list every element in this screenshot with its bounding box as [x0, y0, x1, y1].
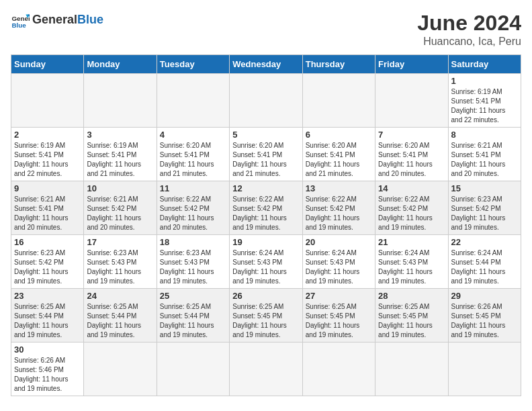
day-info: Sunrise: 6:19 AM Sunset: 5:41 PM Dayligh…	[87, 141, 153, 179]
day-info: Sunrise: 6:21 AM Sunset: 5:41 PM Dayligh…	[14, 195, 81, 232]
calendar-cell: 6Sunrise: 6:20 AM Sunset: 5:41 PM Daylig…	[302, 128, 375, 181]
calendar-cell	[84, 74, 157, 128]
day-header-friday: Friday	[375, 55, 448, 74]
day-info: Sunrise: 6:24 AM Sunset: 5:43 PM Dayligh…	[378, 248, 445, 286]
calendar-cell	[375, 342, 448, 396]
day-info: Sunrise: 6:26 AM Sunset: 5:45 PM Dayligh…	[451, 302, 518, 340]
day-number: 15	[451, 183, 518, 193]
month-title: June 2024	[417, 11, 521, 36]
calendar-cell: 7Sunrise: 6:20 AM Sunset: 5:41 PM Daylig…	[375, 128, 448, 181]
day-number: 28	[378, 291, 445, 301]
calendar-table: SundayMondayTuesdayWednesdayThursdayFrid…	[11, 54, 521, 396]
calendar-cell: 3Sunrise: 6:19 AM Sunset: 5:41 PM Daylig…	[84, 128, 157, 181]
day-number: 30	[14, 345, 81, 355]
calendar-cell: 8Sunrise: 6:21 AM Sunset: 5:41 PM Daylig…	[448, 128, 521, 181]
calendar-cell: 21Sunrise: 6:24 AM Sunset: 5:43 PM Dayli…	[375, 235, 448, 289]
calendar-cell: 17Sunrise: 6:23 AM Sunset: 5:43 PM Dayli…	[84, 235, 157, 289]
calendar-cell: 11Sunrise: 6:22 AM Sunset: 5:42 PM Dayli…	[157, 181, 229, 235]
calendar-cell	[302, 74, 375, 128]
calendar-body: 1Sunrise: 6:19 AM Sunset: 5:41 PM Daylig…	[11, 74, 521, 396]
day-number: 21	[378, 237, 445, 247]
calendar-cell: 5Sunrise: 6:20 AM Sunset: 5:41 PM Daylig…	[230, 128, 302, 181]
day-info: Sunrise: 6:23 AM Sunset: 5:42 PM Dayligh…	[451, 195, 518, 232]
logo-icon: General Blue	[11, 11, 30, 30]
calendar-week-row: 2Sunrise: 6:19 AM Sunset: 5:41 PM Daylig…	[11, 128, 521, 181]
day-info: Sunrise: 6:19 AM Sunset: 5:41 PM Dayligh…	[451, 87, 518, 125]
calendar-week-row: 1Sunrise: 6:19 AM Sunset: 5:41 PM Daylig…	[11, 74, 521, 128]
day-number: 10	[87, 183, 153, 193]
calendar-header-row: SundayMondayTuesdayWednesdayThursdayFrid…	[11, 55, 521, 74]
calendar-cell	[302, 342, 375, 396]
day-number: 6	[306, 130, 372, 140]
calendar-cell: 22Sunrise: 6:24 AM Sunset: 5:44 PM Dayli…	[448, 235, 521, 289]
calendar-cell: 27Sunrise: 6:25 AM Sunset: 5:45 PM Dayli…	[302, 289, 375, 342]
calendar-cell: 23Sunrise: 6:25 AM Sunset: 5:44 PM Dayli…	[11, 289, 84, 342]
day-info: Sunrise: 6:22 AM Sunset: 5:42 PM Dayligh…	[306, 195, 372, 232]
day-info: Sunrise: 6:25 AM Sunset: 5:45 PM Dayligh…	[306, 302, 372, 340]
calendar-cell: 20Sunrise: 6:24 AM Sunset: 5:43 PM Dayli…	[302, 235, 375, 289]
day-header-thursday: Thursday	[302, 55, 375, 74]
day-info: Sunrise: 6:21 AM Sunset: 5:41 PM Dayligh…	[451, 141, 518, 179]
calendar-cell: 28Sunrise: 6:25 AM Sunset: 5:45 PM Dayli…	[375, 289, 448, 342]
day-header-saturday: Saturday	[448, 55, 521, 74]
day-info: Sunrise: 6:20 AM Sunset: 5:41 PM Dayligh…	[378, 141, 445, 179]
calendar-cell: 2Sunrise: 6:19 AM Sunset: 5:41 PM Daylig…	[11, 128, 84, 181]
location: Huancano, Ica, Peru	[417, 36, 521, 48]
day-number: 3	[87, 130, 153, 140]
calendar-cell: 30Sunrise: 6:26 AM Sunset: 5:46 PM Dayli…	[11, 342, 84, 396]
day-number: 12	[232, 183, 299, 193]
day-header-monday: Monday	[84, 55, 157, 74]
day-info: Sunrise: 6:24 AM Sunset: 5:43 PM Dayligh…	[232, 248, 299, 286]
day-info: Sunrise: 6:26 AM Sunset: 5:46 PM Dayligh…	[14, 356, 81, 394]
day-info: Sunrise: 6:23 AM Sunset: 5:43 PM Dayligh…	[160, 248, 226, 286]
day-info: Sunrise: 6:20 AM Sunset: 5:41 PM Dayligh…	[306, 141, 372, 179]
day-number: 9	[14, 183, 81, 193]
day-info: Sunrise: 6:22 AM Sunset: 5:42 PM Dayligh…	[160, 195, 226, 232]
calendar-week-row: 30Sunrise: 6:26 AM Sunset: 5:46 PM Dayli…	[11, 342, 521, 396]
day-number: 20	[306, 237, 372, 247]
day-header-tuesday: Tuesday	[157, 55, 229, 74]
calendar-cell	[157, 342, 229, 396]
svg-text:Blue: Blue	[11, 21, 26, 29]
calendar-cell: 26Sunrise: 6:25 AM Sunset: 5:45 PM Dayli…	[230, 289, 302, 342]
calendar-cell: 14Sunrise: 6:22 AM Sunset: 5:42 PM Dayli…	[375, 181, 448, 235]
logo: General Blue GeneralBlue	[11, 11, 103, 30]
calendar-cell	[448, 342, 521, 396]
day-info: Sunrise: 6:23 AM Sunset: 5:43 PM Dayligh…	[87, 248, 153, 286]
day-info: Sunrise: 6:25 AM Sunset: 5:44 PM Dayligh…	[14, 302, 81, 340]
day-number: 2	[14, 130, 81, 140]
day-info: Sunrise: 6:22 AM Sunset: 5:42 PM Dayligh…	[232, 195, 299, 232]
day-number: 8	[451, 130, 518, 140]
day-info: Sunrise: 6:22 AM Sunset: 5:42 PM Dayligh…	[378, 195, 445, 232]
day-header-wednesday: Wednesday	[230, 55, 302, 74]
calendar-week-row: 16Sunrise: 6:23 AM Sunset: 5:42 PM Dayli…	[11, 235, 521, 289]
calendar-cell: 24Sunrise: 6:25 AM Sunset: 5:44 PM Dayli…	[84, 289, 157, 342]
calendar-cell: 15Sunrise: 6:23 AM Sunset: 5:42 PM Dayli…	[448, 181, 521, 235]
day-info: Sunrise: 6:19 AM Sunset: 5:41 PM Dayligh…	[14, 141, 81, 179]
calendar-cell	[157, 74, 229, 128]
day-number: 26	[232, 291, 299, 301]
day-number: 19	[232, 237, 299, 247]
calendar-cell	[230, 74, 302, 128]
day-number: 16	[14, 237, 81, 247]
day-number: 14	[378, 183, 445, 193]
day-number: 25	[160, 291, 226, 301]
day-info: Sunrise: 6:24 AM Sunset: 5:44 PM Dayligh…	[451, 248, 518, 286]
day-number: 24	[87, 291, 153, 301]
day-info: Sunrise: 6:25 AM Sunset: 5:44 PM Dayligh…	[87, 302, 153, 340]
day-number: 5	[232, 130, 299, 140]
day-number: 17	[87, 237, 153, 247]
day-info: Sunrise: 6:25 AM Sunset: 5:45 PM Dayligh…	[232, 302, 299, 340]
day-header-sunday: Sunday	[11, 55, 84, 74]
logo-text: GeneralBlue	[32, 13, 103, 27]
calendar-week-row: 23Sunrise: 6:25 AM Sunset: 5:44 PM Dayli…	[11, 289, 521, 342]
calendar-cell: 12Sunrise: 6:22 AM Sunset: 5:42 PM Dayli…	[230, 181, 302, 235]
calendar-cell: 1Sunrise: 6:19 AM Sunset: 5:41 PM Daylig…	[448, 74, 521, 128]
calendar-cell: 4Sunrise: 6:20 AM Sunset: 5:41 PM Daylig…	[157, 128, 229, 181]
day-number: 18	[160, 237, 226, 247]
day-number: 23	[14, 291, 81, 301]
day-number: 1	[451, 76, 518, 86]
day-info: Sunrise: 6:23 AM Sunset: 5:42 PM Dayligh…	[14, 248, 81, 286]
calendar-cell	[230, 342, 302, 396]
day-info: Sunrise: 6:25 AM Sunset: 5:44 PM Dayligh…	[160, 302, 226, 340]
